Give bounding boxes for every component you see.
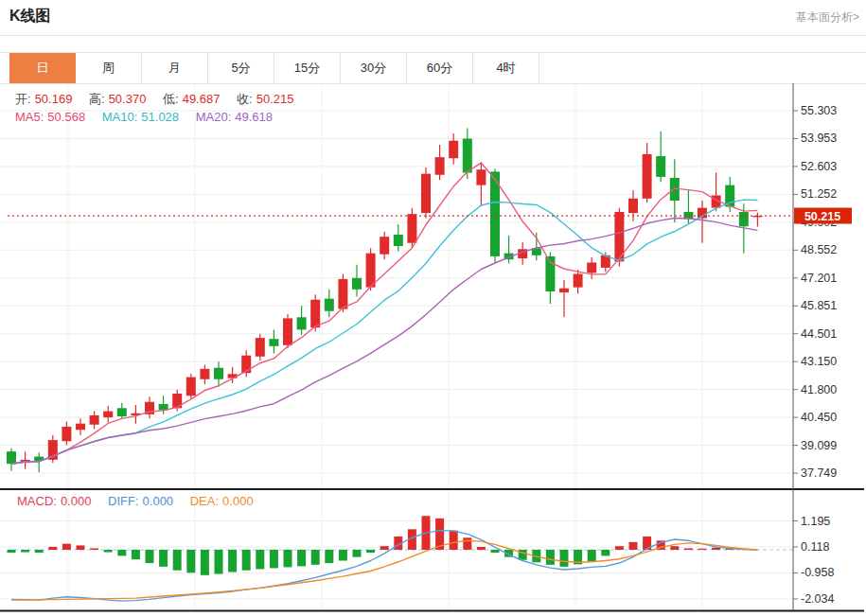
candle-body <box>62 427 71 441</box>
ma5-line <box>11 163 757 464</box>
macd-bar <box>270 550 278 568</box>
macd-bar <box>601 550 610 555</box>
candle-body <box>256 338 265 357</box>
axis-tick-label: 1.195 <box>801 515 830 528</box>
open-value: 50.169 <box>35 92 73 106</box>
candle-body <box>656 156 665 177</box>
macd-bar <box>712 548 720 550</box>
candle-body <box>90 415 99 425</box>
macd-bar <box>77 545 85 550</box>
candle-body <box>407 214 416 243</box>
candle-body <box>435 157 445 175</box>
macd-bar <box>615 546 624 550</box>
axis-tick-label: 40.450 <box>801 411 837 424</box>
candle-body <box>186 378 196 396</box>
candle-body <box>380 237 389 255</box>
candle-body <box>449 141 458 159</box>
macd-bar <box>186 550 195 572</box>
axis-tick-label: 41.800 <box>801 383 837 396</box>
macd-bar <box>339 550 347 560</box>
candle-body <box>421 174 431 213</box>
macd-bar <box>215 550 223 574</box>
candle-body <box>559 289 569 292</box>
macd-bar <box>629 542 638 550</box>
candle-body <box>297 317 307 329</box>
candle-body <box>366 254 376 288</box>
macd-bar <box>62 544 71 550</box>
macd-bar <box>21 550 29 553</box>
macd-bar <box>698 549 707 550</box>
macd-bar <box>477 547 486 550</box>
macd-histogram <box>8 516 749 575</box>
dea-value: 0.000 <box>222 494 254 508</box>
candle-body <box>352 278 362 290</box>
macd-bar <box>90 548 98 550</box>
macd-bar <box>35 550 44 553</box>
candle-body <box>587 262 596 273</box>
close-label: 收: <box>237 92 253 106</box>
candle-body <box>628 199 638 213</box>
macd-label: MACD: <box>17 494 57 508</box>
axis-tick-label: 0.118 <box>801 540 829 554</box>
current-price-badge-text: 50.215 <box>804 210 840 223</box>
candle-body <box>214 368 223 379</box>
axis-tick-label: 52.603 <box>801 160 837 173</box>
macd-bar <box>463 537 471 550</box>
axis-tick-label: 37.749 <box>801 466 837 480</box>
macd-bar <box>353 550 362 557</box>
macd-bar <box>256 550 264 569</box>
axis-tick-label: -0.958 <box>801 566 834 579</box>
high-label: 高: <box>89 92 105 106</box>
candle-body <box>269 339 278 346</box>
diff-value: 0.000 <box>143 494 174 508</box>
candle-body <box>117 408 127 416</box>
low-value: 49.687 <box>183 92 221 106</box>
macd-bar <box>228 550 237 572</box>
macd-bar <box>297 550 306 566</box>
axis-tick-label: -2.034 <box>801 592 834 606</box>
macd-bar <box>670 546 679 550</box>
macd-bar <box>311 550 320 565</box>
macd-bar <box>546 550 555 565</box>
ohlc-row: 开:50.169 高:50.370 低:49.687 收:50.215 <box>15 91 297 108</box>
axis-tick-label: 39.099 <box>801 439 837 452</box>
macd-bar <box>491 550 500 553</box>
ma20-value: 49.618 <box>235 110 273 124</box>
macd-bar <box>684 548 693 550</box>
axis-tick-label: 53.953 <box>801 132 837 145</box>
candle-body <box>283 318 292 344</box>
axis-tick-label: 45.851 <box>801 299 837 312</box>
ma10-label: MA10: <box>102 110 138 124</box>
macd-bar <box>380 546 389 550</box>
open-label: 开: <box>15 92 31 106</box>
macd-row: MACD:0.000 DIFF:0.000 DEA:0.000 <box>17 494 257 508</box>
candle-body <box>7 451 16 464</box>
kline-page: { "header": { "title": "K线图", "link": "基… <box>0 0 866 616</box>
dea-label: DEA: <box>190 494 219 508</box>
macd-bar <box>242 550 251 571</box>
axis-tick-label: 44.501 <box>801 327 837 341</box>
ma5-value: 50.568 <box>47 110 85 124</box>
macd-bar <box>366 550 375 553</box>
high-value: 50.370 <box>109 92 147 106</box>
macd-bar <box>560 550 569 567</box>
candle-body <box>76 424 85 431</box>
ma-row: MA5:50.568 MA10:51.028 MA20:49.618 <box>15 110 276 124</box>
macd-bar <box>325 550 333 563</box>
macd-bar <box>588 550 596 561</box>
macd-bar <box>117 550 126 555</box>
candle-body <box>325 299 334 311</box>
axis-tick-label: 55.303 <box>801 104 837 117</box>
macd-bar <box>146 550 154 563</box>
axis-tick-label: 47.201 <box>801 272 837 285</box>
macd-bar <box>173 550 182 571</box>
macd-bar <box>104 550 113 553</box>
axis-labels: 55.30353.95352.60351.25249.90248.55247.2… <box>793 104 837 606</box>
macd-bar <box>48 547 57 550</box>
candle-body <box>476 169 486 185</box>
close-value: 50.215 <box>256 92 294 106</box>
macd-bar <box>8 550 16 553</box>
macd-bar <box>201 550 209 575</box>
candle-body <box>574 273 583 287</box>
candle-body <box>394 235 403 246</box>
